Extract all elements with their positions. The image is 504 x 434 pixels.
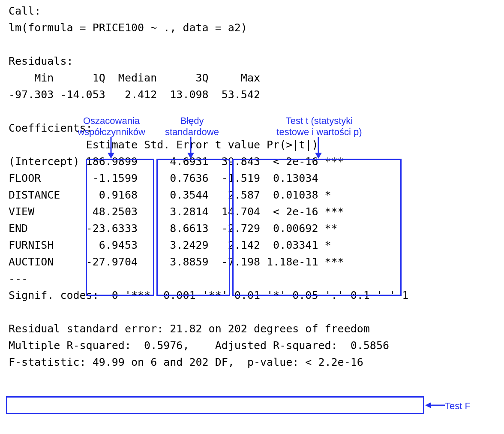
box-stderr-col [156, 159, 230, 296]
annot-ftest-label: Test F [445, 401, 471, 411]
fstat-line: F-statistic: 49.99 on 6 and 202 DF, p-va… [9, 356, 363, 368]
arrow-down-icon [186, 137, 195, 159]
svg-marker-5 [315, 153, 322, 159]
annot-ttest: Test t (statystyki testowe i wartości p) [264, 115, 375, 138]
rse-line: Residual standard error: 21.82 on 202 de… [9, 322, 370, 335]
arrow-left-icon [425, 401, 445, 410]
coef-header: Estimate Std. Error t value Pr(>|t|) [9, 139, 344, 151]
box-ttest-cols [232, 159, 402, 296]
call-label: Call: [9, 5, 41, 17]
annot-estimate-l1: Oszacowania [83, 115, 140, 126]
box-fstat [6, 396, 424, 414]
rsq-line: Multiple R-squared: 0.5976, Adjusted R-s… [9, 339, 396, 352]
svg-marker-7 [425, 402, 431, 408]
call-formula: lm(formula = PRICE100 ~ ., data = a2) [9, 21, 247, 34]
annot-estimate: Oszacowania współczynników [69, 115, 154, 138]
svg-marker-3 [187, 153, 194, 159]
svg-marker-1 [108, 153, 114, 159]
arrow-down-icon [106, 137, 116, 159]
annot-stderr: Błędy standardowe [153, 115, 231, 138]
box-estimate-col [86, 159, 154, 296]
arrow-down-icon [314, 137, 323, 159]
annot-stderr-l1: Błędy [180, 115, 204, 126]
annot-stderr-l2: standardowe [165, 127, 219, 137]
annot-ftest: Test F [445, 401, 471, 412]
residuals-header: Min 1Q Median 3Q Max [9, 72, 267, 84]
annot-ttest-l1: Test t (statystyki [286, 115, 353, 126]
residuals-values: -97.303 -14.053 2.412 13.098 53.542 [9, 88, 267, 101]
dashes: --- [9, 272, 28, 285]
annot-estimate-l2: współczynników [78, 127, 145, 137]
annot-ttest-l2: testowe i wartości p) [276, 127, 362, 137]
residuals-label: Residuals: [9, 55, 73, 67]
